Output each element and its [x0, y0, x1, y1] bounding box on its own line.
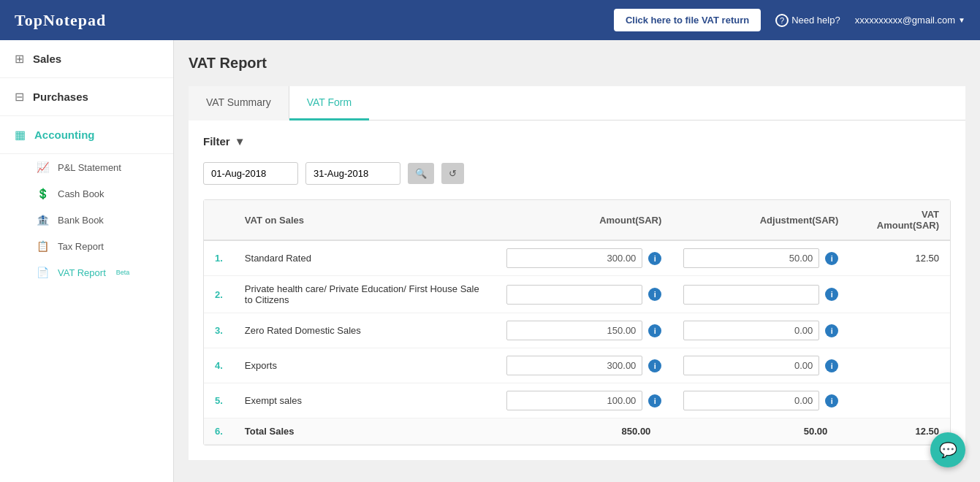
table-row: 5. Exempt sales i [204, 383, 950, 418]
table-row: 2. Private health care/ Private Educatio… [204, 276, 950, 313]
purchases-icon: ⊟ [15, 90, 24, 104]
sidebar-item-sales[interactable]: ⊞ Sales [0, 40, 173, 78]
tab-vat-summary[interactable]: VAT Summary [189, 86, 289, 120]
vat-amount-cell [849, 348, 950, 383]
chart-icon: 📈 [37, 161, 49, 173]
sidebar-label-accounting: Accounting [34, 129, 95, 141]
table-row: 4. Exports i i [204, 348, 950, 383]
col-vat-amount: VAT Amount(SAR) [849, 200, 950, 240]
chevron-down-icon: ▼ [958, 16, 965, 24]
tab-vat-form[interactable]: VAT Form [289, 86, 369, 120]
layout: ⊞ Sales ⊟ Purchases ▦ Accounting 📈 P&L S… [0, 40, 980, 482]
tabs: VAT Summary VAT Form [189, 86, 965, 120]
sub-label-vat: VAT Report [58, 267, 106, 278]
adjustment-cell: i [672, 348, 849, 383]
sidebar-item-cash-book[interactable]: 💲 Cash Book [0, 180, 173, 207]
info-icon[interactable]: i [825, 324, 838, 337]
amount-cell: i [495, 383, 672, 418]
adjustment-input[interactable] [683, 285, 819, 305]
from-date-input[interactable] [203, 162, 298, 185]
row-label: Exports [234, 348, 496, 383]
total-amount: 850.00 [495, 418, 672, 445]
adjustment-input[interactable] [683, 248, 819, 268]
row-num: 1. [215, 253, 223, 264]
amount-input[interactable] [506, 356, 642, 375]
sidebar-item-tax-report[interactable]: 📋 Tax Report [0, 233, 173, 259]
info-icon[interactable]: i [648, 288, 661, 301]
total-adjustment: 50.00 [672, 418, 849, 445]
row-num: 2. [215, 289, 223, 300]
vat-table: VAT on Sales Amount(SAR) Adjustment(SAR)… [204, 200, 950, 445]
reset-button[interactable]: ↺ [441, 163, 464, 184]
chat-bubble[interactable]: 💬 [930, 432, 965, 467]
info-icon[interactable]: i [648, 359, 661, 372]
info-icon[interactable]: i [825, 288, 838, 301]
page-title: VAT Report [189, 55, 965, 72]
search-button[interactable]: 🔍 [408, 163, 434, 184]
sub-label-bank: Bank Book [58, 215, 104, 226]
row-num: 4. [215, 360, 223, 371]
info-icon[interactable]: i [648, 252, 661, 265]
adjustment-input[interactable] [683, 391, 819, 410]
info-icon[interactable]: i [648, 394, 661, 408]
sidebar-item-pl-statement[interactable]: 📈 P&L Statement [0, 154, 173, 180]
sidebar-item-accounting[interactable]: ▦ Accounting [0, 116, 173, 154]
layers-icon: ⊞ [15, 52, 24, 66]
filter-label: Filter ▼ [203, 135, 246, 148]
sidebar: ⊞ Sales ⊟ Purchases ▦ Accounting 📈 P&L S… [0, 40, 174, 482]
info-icon[interactable]: i [648, 324, 661, 337]
sub-label-cash: Cash Book [58, 188, 105, 199]
sidebar-item-vat-report[interactable]: 📄 VAT ReportBeta [0, 259, 173, 286]
info-icon[interactable]: i [825, 252, 838, 265]
adjustment-input[interactable] [683, 321, 819, 340]
col-amount: Amount(SAR) [495, 200, 672, 240]
row-label: Zero Rated Domestic Sales [234, 313, 496, 348]
sidebar-item-bank-book[interactable]: 🏦 Bank Book [0, 207, 173, 233]
sub-label-pl: P&L Statement [58, 162, 121, 173]
user-email[interactable]: xxxxxxxxxx@gmail.com ▼ [855, 15, 965, 26]
adjustment-cell: i [672, 383, 849, 418]
amount-input[interactable] [506, 321, 642, 340]
vat-amount-cell [849, 383, 950, 418]
adjustment-cell: i [672, 240, 849, 276]
info-icon[interactable]: i [825, 394, 838, 408]
bank-icon: 🏦 [37, 214, 49, 226]
content-panel: Filter ▼ 🔍 ↺ VAT on Sales Amount(SAR) [189, 120, 965, 460]
table-row-total: 6. Total Sales 850.00 50.00 12.50 [204, 418, 950, 445]
logo: TopNotepad [15, 11, 106, 30]
vat-table-container: VAT on Sales Amount(SAR) Adjustment(SAR)… [203, 199, 951, 445]
email-text: xxxxxxxxxx@gmail.com [855, 15, 955, 26]
file-vat-button[interactable]: Click here to file VAT return [614, 9, 761, 31]
row-num: 5. [215, 395, 223, 406]
filter-row: Filter ▼ [203, 135, 951, 148]
amount-input[interactable] [506, 248, 642, 268]
help-link[interactable]: ? Need help? [775, 14, 840, 27]
vat-icon: 📄 [37, 267, 49, 278]
vat-amount-cell: 12.50 [849, 240, 950, 276]
header-right: Click here to file VAT return ? Need hel… [614, 9, 965, 31]
amount-input[interactable] [506, 391, 642, 410]
filter-inputs: 🔍 ↺ [203, 162, 951, 185]
amount-cell: i [495, 313, 672, 348]
chat-icon: 💬 [939, 441, 957, 459]
row-label: Standard Rated [234, 240, 496, 276]
accounting-icon: ▦ [15, 128, 26, 142]
sidebar-item-purchases[interactable]: ⊟ Purchases [0, 78, 173, 116]
row-label: Exempt sales [234, 383, 496, 418]
amount-cell: i [495, 348, 672, 383]
to-date-input[interactable] [305, 162, 400, 185]
adjustment-cell: i [672, 276, 849, 313]
vat-amount-cell [849, 313, 950, 348]
help-icon: ? [775, 14, 789, 27]
info-icon[interactable]: i [825, 359, 838, 372]
amount-input[interactable] [506, 285, 642, 305]
sub-label-tax: Tax Report [58, 241, 104, 252]
sidebar-label-sales: Sales [33, 53, 61, 65]
row-num: 3. [215, 325, 223, 336]
table-row: 1. Standard Rated i [204, 240, 950, 276]
header: TopNotepad Click here to file VAT return… [0, 0, 980, 40]
adjustment-cell: i [672, 313, 849, 348]
col-adjustment: Adjustment(SAR) [672, 200, 849, 240]
adjustment-input[interactable] [683, 356, 819, 375]
col-vat-on-sales: VAT on Sales [234, 200, 496, 240]
